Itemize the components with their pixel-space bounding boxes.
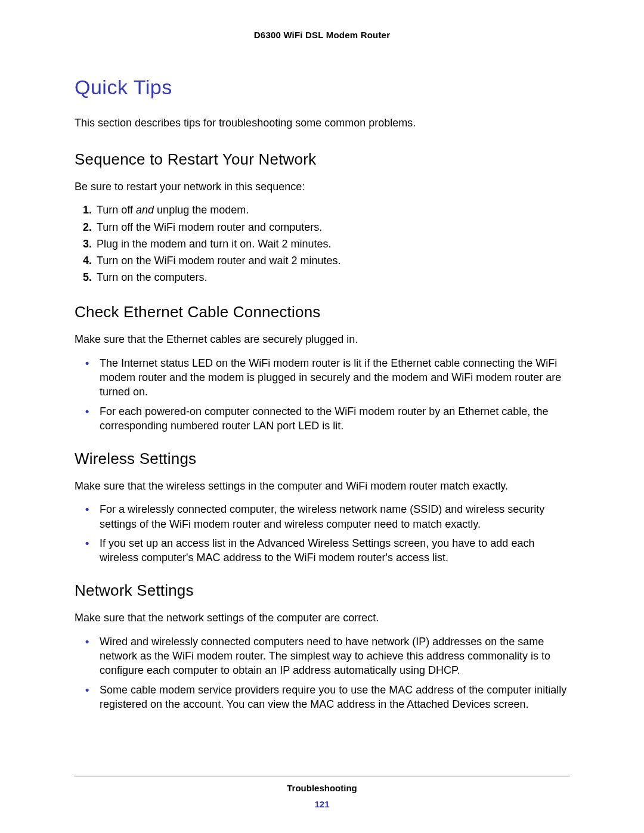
step-text: Turn on the computers. (97, 271, 207, 283)
heading-network: Network Settings (75, 581, 569, 600)
step-number: 5. (83, 271, 92, 283)
step-text: Plug in the modem and turn it on. Wait 2… (97, 238, 332, 250)
heading-sequence: Sequence to Restart Your Network (75, 150, 569, 169)
manual-page: D6300 WiFi DSL Modem Router Quick Tips T… (0, 0, 644, 833)
bullet-item: For a wirelessly connected computer, the… (83, 502, 569, 531)
step-number: 4. (83, 255, 92, 267)
footer-page-number: 121 (0, 799, 644, 809)
steps-list: 1.Turn off and unplug the modem. 2.Turn … (83, 203, 569, 285)
step-number: 2. (83, 221, 92, 233)
step-number: 1. (83, 204, 92, 216)
footer-section-name: Troubleshooting (0, 783, 644, 793)
bullet-list-wireless: For a wirelessly connected computer, the… (83, 502, 569, 565)
heading-wireless: Wireless Settings (75, 450, 569, 468)
page-footer: Troubleshooting 121 (0, 783, 644, 809)
step-item: 2.Turn off the WiFi modem router and com… (83, 220, 569, 235)
lead-ethernet: Make sure that the Ethernet cables are s… (75, 332, 569, 347)
heading-ethernet: Check Ethernet Cable Connections (75, 303, 569, 321)
step-item: 4.Turn on the WiFi modem router and wait… (83, 253, 569, 268)
bullet-item: For each powered-on computer connected t… (83, 404, 569, 433)
footer-divider (75, 776, 569, 776)
header-product-name: D6300 WiFi DSL Modem Router (75, 30, 569, 40)
step-text: Turn off and unplug the modem. (97, 204, 249, 216)
page-title: Quick Tips (75, 76, 569, 99)
step-item: 5.Turn on the computers. (83, 270, 569, 285)
step-text: Turn off the WiFi modem router and compu… (97, 221, 322, 233)
intro-paragraph: This section describes tips for troubles… (75, 116, 569, 130)
lead-sequence: Be sure to restart your network in this … (75, 179, 569, 194)
step-text: Turn on the WiFi modem router and wait 2… (97, 255, 341, 267)
bullet-item: Wired and wirelessly connected computers… (83, 634, 569, 678)
lead-wireless: Make sure that the wireless settings in … (75, 479, 569, 494)
bullet-list-network: Wired and wirelessly connected computers… (83, 634, 569, 711)
step-item: 1.Turn off and unplug the modem. (83, 203, 569, 218)
step-item: 3.Plug in the modem and turn it on. Wait… (83, 237, 569, 252)
bullet-item: The Internet status LED on the WiFi mode… (83, 356, 569, 400)
step-number: 3. (83, 238, 92, 250)
bullet-item: Some cable modem service providers requi… (83, 683, 569, 712)
bullet-item: If you set up an access list in the Adva… (83, 536, 569, 565)
bullet-list-ethernet: The Internet status LED on the WiFi mode… (83, 356, 569, 433)
lead-network: Make sure that the network settings of t… (75, 611, 569, 625)
